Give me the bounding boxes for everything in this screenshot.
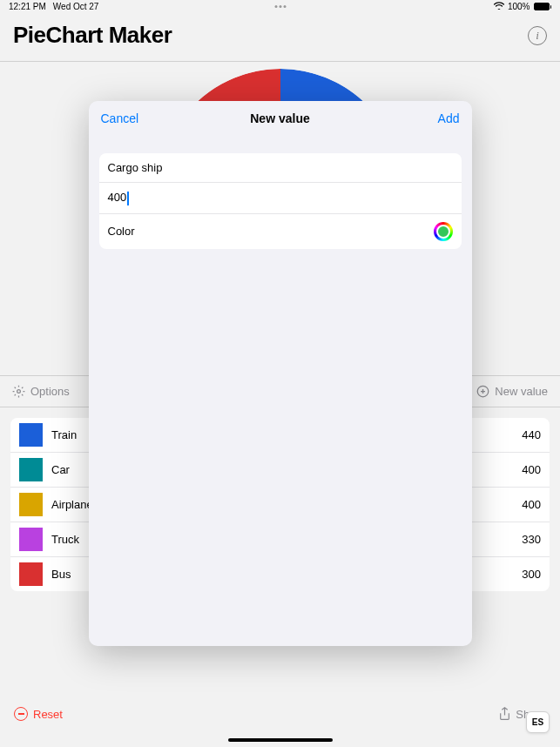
modal-overlay: Cancel New value Add 400 Color	[0, 0, 560, 747]
name-input[interactable]	[108, 161, 453, 174]
color-label: Color	[108, 225, 434, 238]
amount-input[interactable]: 400	[108, 191, 129, 205]
color-picker-button[interactable]	[434, 222, 453, 241]
modal-title: New value	[250, 111, 309, 125]
text-cursor	[127, 192, 129, 205]
new-value-modal: Cancel New value Add 400 Color	[89, 101, 472, 646]
modal-header: Cancel New value Add	[89, 101, 472, 136]
color-field-row[interactable]: Color	[99, 214, 462, 249]
form-card: 400 Color	[99, 153, 462, 249]
cancel-button[interactable]: Cancel	[101, 111, 139, 125]
selected-color-swatch	[436, 225, 450, 239]
amount-field-row[interactable]: 400	[99, 183, 462, 214]
add-button[interactable]: Add	[438, 111, 460, 125]
name-field-row[interactable]	[99, 153, 462, 183]
